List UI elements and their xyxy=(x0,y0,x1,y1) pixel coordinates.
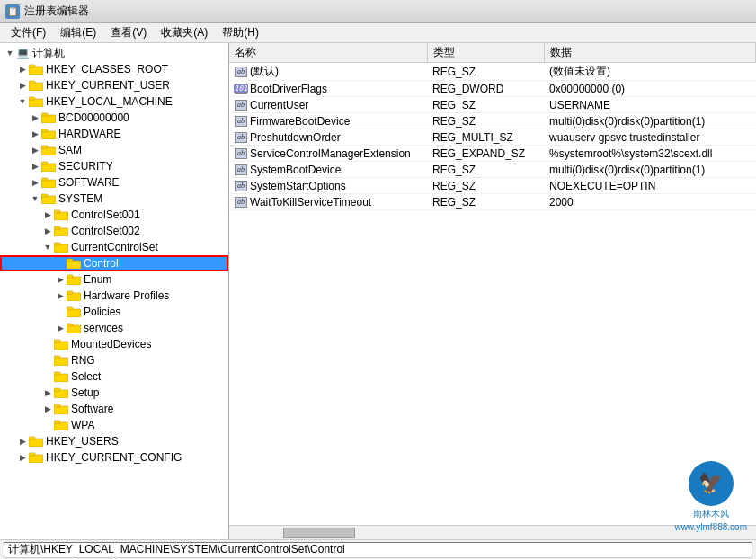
tree-expander-hklm_software[interactable]: ▶ xyxy=(41,403,54,415)
tree-expander-hkcr[interactable]: ▶ xyxy=(16,63,29,75)
tree-node-hku[interactable]: ▶ HKEY_USERS xyxy=(0,433,228,449)
tree-node-cs001[interactable]: ▶ ControlSet001 xyxy=(0,207,228,223)
svg-rect-6 xyxy=(41,115,56,123)
table-row[interactable]: abFirmwareBootDeviceREG_SZmulti(0)disk(0… xyxy=(229,113,756,129)
tree-node-select[interactable]: Select xyxy=(0,368,228,385)
folder-icon-hkcc xyxy=(29,452,43,463)
tree-label-setup: Setup xyxy=(71,386,99,399)
type-icon-1: 101 xyxy=(235,84,247,94)
svg-rect-20 xyxy=(54,228,68,236)
tree-label-hwprofiles: Hardware Profiles xyxy=(84,289,169,302)
tree-node-rng[interactable]: RNG xyxy=(0,352,228,368)
tree-expander-hwprofiles[interactable]: ▶ xyxy=(54,289,67,302)
logo-bird-icon: 🦅 xyxy=(698,472,723,495)
tree-expander-ccs[interactable]: ▼ xyxy=(41,241,54,253)
folder-icon-hku xyxy=(29,436,43,447)
tree-node-wpa[interactable]: WPA xyxy=(0,417,228,433)
tree-node-policies[interactable]: Policies xyxy=(0,304,228,320)
tree-node-hklm_software[interactable]: ▶ Software xyxy=(0,401,228,417)
menu-help[interactable]: 帮助(H) xyxy=(215,23,266,42)
tree-node-services[interactable]: ▶ services xyxy=(0,320,228,336)
tree-node-hardware[interactable]: ▶ HARDWARE xyxy=(0,126,228,142)
registry-table: 名称 类型 数据 ab(默认)REG_SZ(数值未设置)101BootDrive… xyxy=(229,43,756,210)
svg-rect-40 xyxy=(54,390,68,398)
table-row[interactable]: abSystemBootDeviceREG_SZmulti(0)disk(0)r… xyxy=(229,162,756,178)
tree-expander-services[interactable]: ▶ xyxy=(54,322,67,334)
tree-expander-setup[interactable]: ▶ xyxy=(41,386,54,399)
tree-expander-select[interactable] xyxy=(41,370,54,383)
tree-node-hkcc[interactable]: ▶ HKEY_CURRENT_CONFIG xyxy=(0,449,228,466)
type-icon-0: ab xyxy=(235,67,247,77)
cell-type-6: REG_SZ xyxy=(427,162,544,178)
tree-expander-hkcu[interactable]: ▶ xyxy=(16,79,29,92)
tree-node-ccs[interactable]: ▼ CurrentControlSet xyxy=(0,239,228,255)
tree-node-hkcr[interactable]: ▶ HKEY_CLASSES_ROOT xyxy=(0,61,228,77)
svg-rect-43 xyxy=(54,404,60,407)
type-icon-6: ab xyxy=(235,164,247,175)
title-text: 注册表编辑器 xyxy=(24,4,89,19)
table-row[interactable]: ab(默认)REG_SZ(数值未设置) xyxy=(229,63,756,81)
cell-type-7: REG_SZ xyxy=(427,178,544,194)
tree-label-hkcr: HKEY_CLASSES_ROOT xyxy=(46,63,168,75)
tree-expander-control[interactable] xyxy=(54,257,67,270)
tree-expander-rng[interactable] xyxy=(41,354,54,367)
tree-node-computer[interactable]: ▼💻计算机 xyxy=(0,45,228,61)
type-icon-2: ab xyxy=(235,100,247,111)
table-row[interactable]: 101BootDriverFlagsREG_DWORD0x00000000 (0… xyxy=(229,81,756,97)
table-row[interactable]: abServiceControlManagerExtensionREG_EXPA… xyxy=(229,146,756,162)
tree-expander-hku[interactable]: ▶ xyxy=(16,435,29,448)
col-name[interactable]: 名称 xyxy=(229,43,427,63)
tree-node-setup[interactable]: ▶ Setup xyxy=(0,385,228,401)
tree-node-system[interactable]: ▼ SYSTEM xyxy=(0,191,228,207)
table-row[interactable]: abWaitToKillServiceTimeoutREG_SZ2000 xyxy=(229,194,756,210)
svg-rect-22 xyxy=(54,244,68,253)
tree-expander-computer[interactable]: ▼ xyxy=(4,47,16,59)
tree-expander-cs002[interactable]: ▶ xyxy=(41,225,54,237)
tree-node-sam[interactable]: ▶ SAM xyxy=(0,142,228,158)
menu-view[interactable]: 查看(V) xyxy=(103,23,154,42)
type-icon-8: ab xyxy=(235,197,247,208)
tree-node-mounteddevices[interactable]: MountedDevices xyxy=(0,336,228,352)
registry-tree[interactable]: ▼💻计算机▶ HKEY_CLASSES_ROOT▶ HKEY_CURRENT_U… xyxy=(0,43,229,539)
tree-node-bcd[interactable]: ▶ BCD00000000 xyxy=(0,110,228,126)
tree-label-system: SYSTEM xyxy=(58,192,102,205)
cell-type-8: REG_SZ xyxy=(427,194,544,210)
tree-expander-hardware[interactable]: ▶ xyxy=(29,128,41,140)
tree-expander-hkcc[interactable]: ▶ xyxy=(16,451,29,464)
status-bar: 计算机\HKEY_LOCAL_MACHINE\SYSTEM\CurrentCon… xyxy=(0,539,756,559)
tree-expander-wpa[interactable] xyxy=(41,419,54,431)
tree-expander-software[interactable]: ▶ xyxy=(29,176,41,189)
tree-node-control[interactable]: Control xyxy=(0,255,228,271)
tree-node-enum[interactable]: ▶ Enum xyxy=(0,271,228,288)
folder-icon-system xyxy=(41,193,56,204)
col-data[interactable]: 数据 xyxy=(544,43,756,63)
type-icon-4: ab xyxy=(235,132,247,143)
tree-node-hwprofiles[interactable]: ▶ Hardware Profiles xyxy=(0,288,228,304)
cell-name-4: abPreshutdownOrder xyxy=(229,129,427,146)
tree-node-cs002[interactable]: ▶ ControlSet002 xyxy=(0,223,228,239)
tree-expander-system[interactable]: ▼ xyxy=(29,192,41,205)
tree-expander-mounteddevices[interactable] xyxy=(41,338,54,350)
tree-expander-enum[interactable]: ▶ xyxy=(54,273,67,286)
col-type[interactable]: 类型 xyxy=(427,43,544,63)
table-row[interactable]: abCurrentUserREG_SZUSERNAME xyxy=(229,97,756,113)
tree-expander-bcd[interactable]: ▶ xyxy=(29,111,41,124)
name-text-0: (默认) xyxy=(250,64,279,79)
tree-node-security[interactable]: ▶ SECURITY xyxy=(0,158,228,174)
table-row[interactable]: abSystemStartOptionsREG_SZ NOEXECUTE=OPT… xyxy=(229,178,756,194)
tree-expander-cs001[interactable]: ▶ xyxy=(41,209,54,221)
menu-edit[interactable]: 编辑(E) xyxy=(53,23,103,42)
tree-expander-policies[interactable] xyxy=(54,306,67,318)
cell-name-1: 101BootDriverFlags xyxy=(229,81,427,97)
menu-file[interactable]: 文件(F) xyxy=(4,23,53,42)
svg-rect-42 xyxy=(54,406,68,414)
tree-node-hkcu[interactable]: ▶ HKEY_CURRENT_USER xyxy=(0,77,228,93)
tree-expander-sam[interactable]: ▶ xyxy=(29,144,41,156)
tree-expander-hklm[interactable]: ▼ xyxy=(16,95,29,108)
tree-node-hklm[interactable]: ▼ HKEY_LOCAL_MACHINE xyxy=(0,93,228,110)
scrollbar-thumb[interactable] xyxy=(283,528,355,538)
menu-favorites[interactable]: 收藏夹(A) xyxy=(154,23,215,42)
tree-expander-security[interactable]: ▶ xyxy=(29,160,41,173)
table-row[interactable]: abPreshutdownOrderREG_MULTI_SZwuauserv g… xyxy=(229,129,756,146)
tree-node-software[interactable]: ▶ SOFTWARE xyxy=(0,174,228,191)
